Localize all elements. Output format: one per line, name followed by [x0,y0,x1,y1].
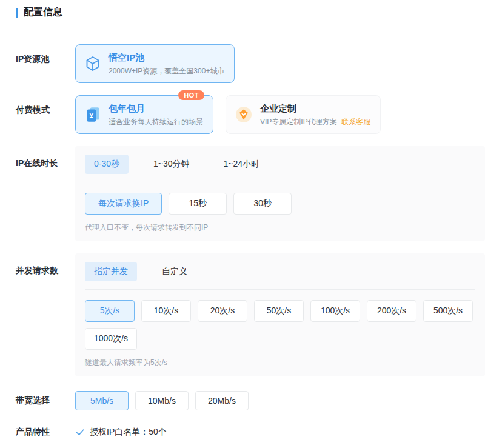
cube-icon [84,55,102,73]
header-divider [16,28,485,28]
row-ip-pool: IP资源池 悟空IP池 2000W+IP资源，覆盖全国300+城市 [16,44,485,83]
ip-pool-card-desc: 2000W+IP资源，覆盖全国300+城市 [109,66,224,76]
pay-mode-enterprise-title: 企业定制 [260,102,370,115]
pay-mode-enterprise-text: 企业定制 VIP专属定制IP代理方案 联系客服 [260,102,370,127]
option-change-ip-per-request[interactable]: 每次请求换IP [85,193,162,215]
concurrency-divider [85,289,475,290]
feature-whitelist-text: 授权IP白名单：50个 [90,427,167,438]
section-header: 配置信息 [0,0,485,19]
bandwidth-label: 带宽选择 [16,395,75,406]
ip-pool-label: IP资源池 [16,44,75,83]
row-online-time: IP在线时长 0-30秒 1~30分钟 1~24小时 每次请求换IP 15秒 3… [16,146,485,241]
online-time-panel: 0-30秒 1~30分钟 1~24小时 每次请求换IP 15秒 30秒 代理入口… [75,146,485,241]
tab-custom[interactable]: 自定义 [153,262,196,281]
concurrency-note: 隧道最大请求频率为5次/s [85,358,475,368]
section-accent-bar [16,8,18,18]
tab-1-24h[interactable]: 1~24小时 [215,155,269,174]
vip-gem-icon [234,105,253,124]
config-page: 配置信息 IP资源池 悟空IP池 2000W+IP资源，覆 [0,0,485,448]
feature-whitelist: 授权IP白名单：50个 [75,427,485,438]
ip-pool-card-title: 悟空IP池 [109,52,224,64]
pay-mode-monthly-card[interactable]: HOT ¥ 包年包月 适合业务每天持续运行的场景 [75,95,213,134]
pay-mode-enterprise-card[interactable]: 企业定制 VIP专属定制IP代理方案 联系客服 [226,95,381,134]
online-time-label: IP在线时长 [16,146,75,241]
tab-specified-concurrency[interactable]: 指定并发 [85,262,137,281]
online-time-divider [85,182,475,182]
pay-mode-monthly-text: 包年包月 适合业务每天持续运行的场景 [109,102,203,127]
concurrency-tabs: 指定并发 自定义 [85,262,475,281]
row-concurrency: 并发请求数 指定并发 自定义 5次/s 10次/s 20次/s 50次/s 10… [16,253,485,376]
row-features: 产品特性 授权IP白名单：50个 [16,427,485,438]
option-15s[interactable]: 15秒 [169,193,227,215]
tab-0-30s[interactable]: 0-30秒 [85,155,129,174]
option-20mbs[interactable]: 20Mb/s [195,391,249,410]
svg-text:¥: ¥ [90,112,94,119]
option-10mbs[interactable]: 10Mb/s [135,391,189,410]
option-5qps[interactable]: 5次/s [85,300,135,322]
option-30s[interactable]: 30秒 [233,193,292,215]
ip-pool-card-text: 悟空IP池 2000W+IP资源，覆盖全国300+城市 [109,52,224,76]
concurrency-label: 并发请求数 [16,253,75,376]
concurrency-options: 5次/s 10次/s 20次/s 50次/s 100次/s 200次/s 500… [85,300,475,350]
option-10qps[interactable]: 10次/s [141,300,191,322]
option-50qps[interactable]: 50次/s [254,300,304,322]
option-200qps[interactable]: 200次/s [367,300,416,322]
pay-mode-label: 付费模式 [16,95,75,134]
option-1000qps[interactable]: 1000次/s [85,328,137,350]
pay-mode-monthly-title: 包年包月 [109,102,203,115]
tab-1-30min[interactable]: 1~30分钟 [144,155,199,174]
row-pay-mode: 付费模式 HOT ¥ 包年包月 适合业务每天持续运行的场景 [16,95,485,134]
config-form: IP资源池 悟空IP池 2000W+IP资源，覆盖全国300+城市 [0,44,485,448]
check-icon [75,427,85,437]
contact-support-link[interactable]: 联系客服 [341,118,370,126]
pay-mode-monthly-desc: 适合业务每天持续运行的场景 [109,117,203,127]
option-20qps[interactable]: 20次/s [198,300,247,322]
hot-badge: HOT [178,90,204,100]
option-100qps[interactable]: 100次/s [310,300,360,322]
features-label: 产品特性 [16,427,75,438]
yuan-card-icon: ¥ [84,105,102,124]
pay-mode-enterprise-desc-text: VIP专属定制IP代理方案 [260,118,337,126]
online-time-tabs: 0-30秒 1~30分钟 1~24小时 [85,155,475,174]
ip-pool-card[interactable]: 悟空IP池 2000W+IP资源，覆盖全国300+城市 [75,44,235,83]
row-bandwidth: 带宽选择 5Mb/s 10Mb/s 20Mb/s [16,391,485,410]
pay-mode-enterprise-desc: VIP专属定制IP代理方案 联系客服 [260,117,370,127]
online-time-options: 每次请求换IP 15秒 30秒 [85,193,475,215]
concurrency-panel: 指定并发 自定义 5次/s 10次/s 20次/s 50次/s 100次/s 2… [75,253,485,376]
option-5mbs[interactable]: 5Mb/s [75,391,129,410]
page-title: 配置信息 [24,6,62,19]
bandwidth-options: 5Mb/s 10Mb/s 20Mb/s [75,391,485,410]
option-500qps[interactable]: 500次/s [423,300,473,322]
online-time-note: 代理入口不变，每次请求转发到不同IP [85,222,475,233]
